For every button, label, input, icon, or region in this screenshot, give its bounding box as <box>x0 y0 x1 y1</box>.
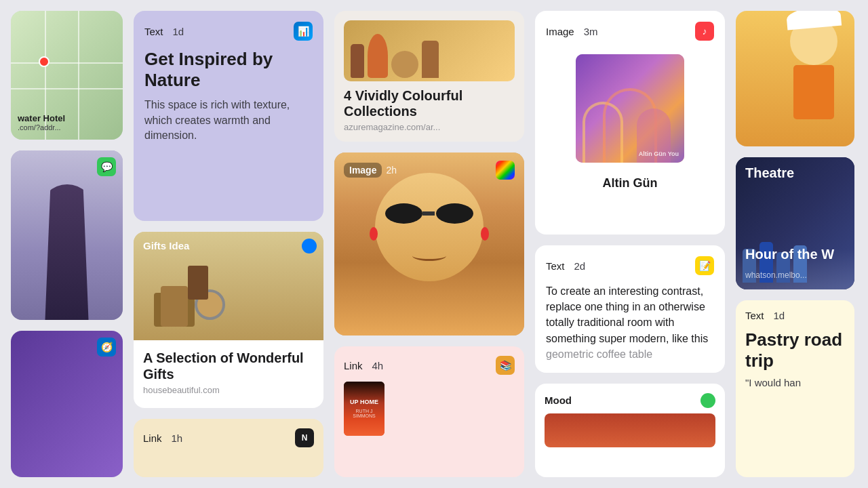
text-nature-card[interactable]: Text 1d 📊 Get Inspired by Nature This sp… <box>134 11 323 221</box>
book-cover: UP HOME RUTH J SIMMONS <box>344 382 384 436</box>
messages-badge: 💬 <box>97 157 116 176</box>
gifts-badge <box>302 239 317 253</box>
theatre-title: Hour of the W <box>745 247 834 262</box>
mood-card[interactable]: Mood <box>535 384 725 477</box>
contrast-body-fade: geometric coffee table <box>546 348 652 360</box>
card-type-music: Image <box>546 26 574 37</box>
image-person-card[interactable]: Image 2h <box>334 152 524 336</box>
card-type-contrast: Text <box>546 260 565 272</box>
mood-label: Mood <box>545 394 572 406</box>
card-time-link: 1h <box>172 432 183 444</box>
colourful-card[interactable]: 4 Vividly Colourful Collections azuremag… <box>334 11 524 142</box>
contrast-body-text: To create an interesting contrast, repla… <box>546 285 708 344</box>
book-title-text: UP HOME <box>350 399 378 406</box>
theatre-url: whatson.melbo... <box>745 270 807 280</box>
album-overlay-text: Altin Gün You <box>639 150 679 157</box>
gifts-label: Gifts Idea <box>143 240 189 251</box>
card-time-text-nature: 1d <box>173 26 184 37</box>
theatre-card[interactable]: Theatre Hour of the W whatson.melbo... <box>736 157 854 289</box>
books-icon: 📚 <box>496 356 515 375</box>
album-art: Altin Gün You <box>576 54 684 163</box>
keynote-icon: 📊 <box>294 22 313 41</box>
pastry-card[interactable]: Text 1d Pastry road trip "I would han <box>736 300 854 477</box>
card-time-book: 4h <box>372 360 384 371</box>
book-author-text: RUTH J SIMMONS <box>347 409 382 418</box>
text-contrast-card[interactable]: Text 2d 📝 To create an interesting contr… <box>535 245 725 373</box>
colourful-title: 4 Vividly Colourful Collections <box>344 88 515 119</box>
link-bottom-card[interactable]: Link 1h N <box>134 419 323 477</box>
notion-icon: N <box>295 428 314 447</box>
music-card[interactable]: Image 3m ♪ Altin Gün You Altin Gün <box>535 11 725 235</box>
safari-badge: 🧭 <box>97 338 116 357</box>
colourful-url: azuremagazine.com/ar... <box>344 122 515 132</box>
contrast-body-visible: To create an interesting contrast, repla… <box>546 283 714 362</box>
book-link-card[interactable]: Link 4h 📚 UP HOME RUTH J SIMMONS <box>334 346 524 477</box>
notes-icon: 📝 <box>695 256 714 275</box>
pastry-body: "I would han <box>745 377 845 388</box>
gifts-title: A Selection of Wonderful Gifts <box>143 350 314 382</box>
pastry-title: Pastry road trip <box>745 329 845 371</box>
card-type-book: Link <box>344 360 363 371</box>
gifts-url: housebeautiful.com <box>143 385 314 395</box>
card-type-pastry: Text <box>745 310 764 321</box>
person-orange-card <box>736 11 854 146</box>
card-time-pastry: 1d <box>774 310 785 321</box>
nature-title: Get Inspired by Nature <box>144 49 313 91</box>
image-time-label: 2h <box>386 165 397 176</box>
theatre-label: Theatre <box>745 165 794 181</box>
image-type-label: Image <box>344 163 382 178</box>
map-label: water Hotel <box>18 113 65 123</box>
artist-name: Altin Gün <box>546 176 714 190</box>
map-sub: .com/?addr... <box>18 123 65 131</box>
person-card: 💬 <box>11 150 123 320</box>
card-time-music: 3m <box>584 26 598 37</box>
safari-card[interactable]: 🧭 <box>11 331 123 477</box>
photos-icon <box>496 161 515 180</box>
card-type-text-nature: Text <box>144 26 163 37</box>
card-type-link: Link <box>143 432 162 444</box>
mood-green-dot <box>701 393 715 408</box>
map-card[interactable]: water Hotel .com/?addr... <box>11 11 123 140</box>
card-time-contrast: 2d <box>574 260 586 272</box>
music-icon: ♪ <box>695 22 714 41</box>
nature-body: This space is rich with texture, which c… <box>144 98 313 143</box>
gifts-card[interactable]: Gifts Idea A Selection of Wonderful Gift… <box>134 232 323 408</box>
